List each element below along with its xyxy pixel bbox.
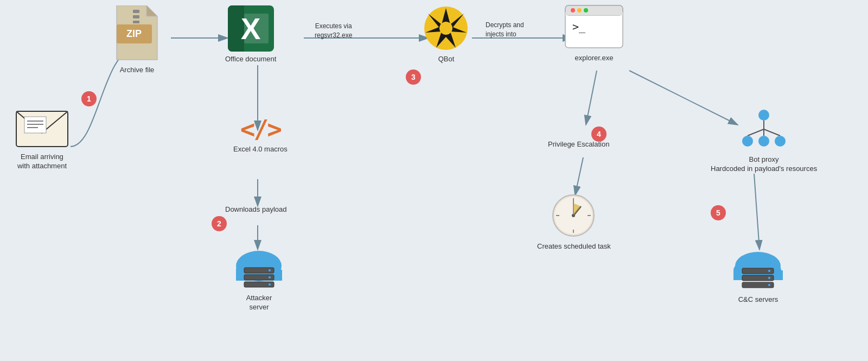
email-node: Email arriving with attachment bbox=[14, 103, 71, 171]
svg-point-60 bbox=[742, 136, 753, 147]
excel-label: Office document bbox=[225, 55, 276, 64]
decrypts-label: Decrypts and injects into bbox=[486, 21, 524, 39]
explorer-node: >_ explorer.exe bbox=[564, 4, 624, 63]
svg-line-59 bbox=[764, 129, 780, 136]
svg-point-38 bbox=[439, 22, 452, 35]
qbot-icon bbox=[423, 5, 469, 52]
code-label: Excel 4.0 macros bbox=[233, 145, 288, 154]
badge-2: 2 bbox=[212, 216, 227, 231]
svg-text:>_: >_ bbox=[572, 20, 586, 33]
zip-node: ZIP Archive file bbox=[111, 5, 163, 75]
svg-point-43 bbox=[577, 8, 582, 12]
code-node: </> Excel 4.0 macros bbox=[233, 117, 288, 154]
code-icon: </> bbox=[240, 117, 280, 142]
svg-point-34 bbox=[269, 276, 271, 278]
svg-line-7 bbox=[586, 71, 597, 125]
svg-line-8 bbox=[575, 157, 583, 195]
excel-node: X Office document bbox=[225, 5, 276, 64]
attack-flow-diagram: Email arriving with attachment 1 ZIP Arc… bbox=[0, 0, 868, 361]
priv-esc-label: Privilege Escalation bbox=[548, 140, 609, 148]
svg-point-55 bbox=[758, 110, 769, 121]
badge-4: 4 bbox=[591, 126, 607, 142]
svg-rect-25 bbox=[244, 14, 269, 43]
svg-point-35 bbox=[269, 283, 271, 286]
svg-point-61 bbox=[758, 136, 769, 147]
svg-point-33 bbox=[269, 269, 271, 271]
bot-proxy-icon bbox=[737, 109, 791, 152]
svg-text:ZIP: ZIP bbox=[126, 28, 142, 39]
svg-point-72 bbox=[768, 284, 770, 286]
svg-line-57 bbox=[748, 129, 764, 136]
cnc-server-icon bbox=[732, 249, 784, 292]
email-icon bbox=[14, 103, 71, 149]
bot-proxy-node: Bot proxy Hardcoded in payload's resourc… bbox=[711, 109, 817, 174]
svg-rect-20 bbox=[133, 21, 139, 23]
svg-rect-12 bbox=[24, 117, 46, 133]
downloads-label: Downloads payload bbox=[225, 205, 286, 213]
svg-point-44 bbox=[584, 8, 588, 12]
svg-point-71 bbox=[768, 277, 770, 279]
svg-point-70 bbox=[768, 270, 770, 272]
terminal-icon: >_ bbox=[564, 4, 624, 50]
badge-3: 3 bbox=[406, 69, 421, 85]
clock-node: Creates scheduled task bbox=[537, 193, 611, 251]
cnc-node: C&C servers bbox=[732, 249, 784, 305]
excel-icon: X bbox=[228, 5, 274, 52]
svg-point-62 bbox=[775, 136, 786, 147]
svg-rect-41 bbox=[565, 12, 623, 15]
attacker-server-icon bbox=[233, 247, 285, 290]
clock-icon bbox=[551, 193, 597, 239]
qbot-label: QBot bbox=[438, 55, 455, 64]
email-label: Email arriving with attachment bbox=[17, 153, 67, 171]
svg-rect-19 bbox=[133, 15, 139, 18]
svg-rect-18 bbox=[133, 10, 139, 13]
cnc-label: C&C servers bbox=[738, 295, 778, 305]
scheduled-task-label: Creates scheduled task bbox=[537, 242, 611, 251]
bot-proxy-label: Bot proxy Hardcoded in payload's resourc… bbox=[711, 155, 817, 174]
executes-label: Executes via regsvr32.exe bbox=[315, 22, 352, 40]
explorer-label: explorer.exe bbox=[575, 54, 614, 63]
attacker-label: Attacker server bbox=[246, 294, 272, 312]
svg-line-10 bbox=[754, 174, 760, 250]
zip-icon: ZIP bbox=[111, 5, 163, 62]
zip-label: Archive file bbox=[120, 66, 155, 75]
attacker-node: Attacker server bbox=[233, 247, 285, 312]
qbot-node: QBot bbox=[423, 5, 469, 64]
badge-5: 5 bbox=[711, 205, 726, 220]
badge-1: 1 bbox=[81, 91, 97, 106]
svg-point-42 bbox=[571, 8, 575, 12]
